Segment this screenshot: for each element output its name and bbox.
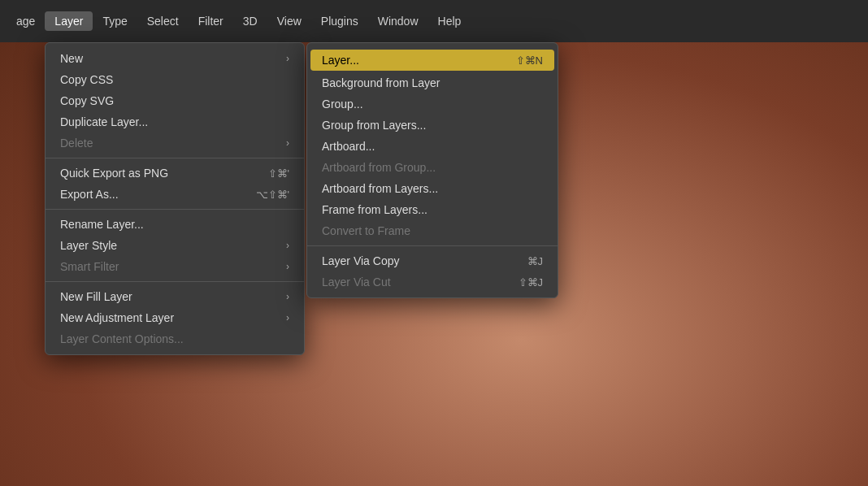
menubar-item-help[interactable]: Help — [428, 11, 471, 31]
submenu-item-convert-to-frame[interactable]: Convert to Frame — [307, 220, 558, 241]
menu-item-new-arrow: › — [286, 53, 289, 64]
menubar-item-image[interactable]: age — [7, 11, 45, 31]
submenu-item-background-from-layer-label: Background from Layer — [322, 76, 441, 89]
submenu-item-layer-via-copy-label: Layer Via Copy — [322, 254, 399, 267]
submenu-item-artboard-from-layers[interactable]: Artboard from Layers... — [307, 178, 558, 199]
submenu-item-group-label: Group... — [322, 98, 363, 111]
submenu-item-background-from-layer[interactable]: Background from Layer — [307, 72, 558, 93]
menubar-item-filter[interactable]: Filter — [189, 11, 233, 31]
menubar-item-window[interactable]: Window — [368, 11, 428, 31]
menu-item-export-as-label: Export As... — [60, 188, 119, 201]
submenu-item-frame-from-layers-label: Frame from Layers... — [322, 203, 427, 216]
submenu-item-artboard-from-layers-label: Artboard from Layers... — [322, 182, 438, 195]
menubar-item-plugins[interactable]: Plugins — [311, 11, 368, 31]
submenu-item-frame-from-layers[interactable]: Frame from Layers... — [307, 199, 558, 220]
menu-item-smart-filter-label: Smart Filter — [60, 260, 119, 273]
menu-item-delete[interactable]: Delete › — [46, 132, 304, 154]
menu-item-layer-style-label: Layer Style — [60, 239, 117, 252]
new-layer-submenu-panel: Layer... ⇧⌘N Background from Layer Group… — [306, 42, 558, 298]
menu-item-copy-svg-label: Copy SVG — [60, 94, 114, 107]
submenu-item-layer-via-cut-shortcut: ⇧⌘J — [519, 276, 544, 289]
menu-item-copy-css-label: Copy CSS — [60, 73, 113, 86]
menu-item-new-adjustment-layer-arrow: › — [286, 312, 289, 323]
submenu-item-artboard-from-group-label: Artboard from Group... — [322, 161, 436, 174]
layer-menu-panel: New › Copy CSS Copy SVG Duplicate Layer.… — [45, 42, 305, 355]
menu-item-smart-filter-arrow: › — [286, 261, 289, 272]
menu-item-quick-export-shortcut: ⇧⌘' — [268, 167, 289, 180]
menubar-item-3d[interactable]: 3D — [233, 11, 267, 31]
submenu-item-artboard-from-group[interactable]: Artboard from Group... — [307, 157, 558, 178]
separator-3 — [46, 281, 304, 282]
submenu-item-layer-via-copy-shortcut: ⌘J — [527, 255, 544, 267]
menu-item-quick-export[interactable]: Quick Export as PNG ⇧⌘' — [46, 163, 304, 184]
dropdown-container: New › Copy CSS Copy SVG Duplicate Layer.… — [45, 42, 558, 355]
menubar-item-type[interactable]: Type — [93, 11, 137, 31]
submenu-item-layer-via-cut-label: Layer Via Cut — [322, 276, 391, 289]
separator-2 — [46, 209, 304, 210]
submenu-item-artboard[interactable]: Artboard... — [307, 136, 558, 157]
menu-item-layer-content-options[interactable]: Layer Content Options... — [46, 328, 304, 349]
menu-item-layer-style-arrow: › — [286, 240, 289, 251]
submenu-item-convert-to-frame-label: Convert to Frame — [322, 224, 410, 237]
submenu-item-group[interactable]: Group... — [307, 93, 558, 115]
menu-item-new-label: New — [60, 52, 83, 65]
submenu-item-layer[interactable]: Layer... ⇧⌘N — [310, 50, 554, 71]
menu-item-new-fill-layer[interactable]: New Fill Layer › — [46, 286, 304, 307]
menu-item-new-fill-layer-arrow: › — [286, 291, 289, 302]
menu-item-duplicate-layer[interactable]: Duplicate Layer... — [46, 111, 304, 132]
submenu-item-layer-via-cut[interactable]: Layer Via Cut ⇧⌘J — [307, 271, 558, 293]
menu-item-new-adjustment-layer[interactable]: New Adjustment Layer › — [46, 307, 304, 328]
menu-item-delete-label: Delete — [60, 137, 93, 150]
menu-item-new-fill-layer-label: New Fill Layer — [60, 290, 132, 303]
menu-item-rename-layer-label: Rename Layer... — [60, 218, 144, 231]
menubar-item-layer[interactable]: Layer — [45, 11, 93, 31]
menu-item-export-as[interactable]: Export As... ⌥⇧⌘' — [46, 184, 304, 205]
submenu-separator-1 — [307, 245, 558, 246]
submenu-item-artboard-label: Artboard... — [322, 140, 375, 153]
menu-item-copy-svg[interactable]: Copy SVG — [46, 90, 304, 111]
menu-item-quick-export-label: Quick Export as PNG — [60, 167, 168, 180]
menu-item-export-as-shortcut: ⌥⇧⌘' — [256, 189, 289, 201]
menubar-item-select[interactable]: Select — [137, 11, 189, 31]
menu-item-smart-filter[interactable]: Smart Filter › — [46, 256, 304, 277]
menu-item-new-adjustment-layer-label: New Adjustment Layer — [60, 311, 174, 324]
submenu-item-group-from-layers-label: Group from Layers... — [322, 119, 426, 132]
menubar-item-view[interactable]: View — [267, 11, 311, 31]
submenu-item-group-from-layers[interactable]: Group from Layers... — [307, 115, 558, 136]
submenu-item-layer-via-copy[interactable]: Layer Via Copy ⌘J — [307, 250, 558, 271]
menu-item-layer-content-options-label: Layer Content Options... — [60, 332, 184, 345]
menu-item-copy-css[interactable]: Copy CSS — [46, 69, 304, 90]
separator-1 — [46, 158, 304, 158]
menu-item-delete-arrow: › — [286, 137, 289, 149]
menu-item-layer-style[interactable]: Layer Style › — [46, 235, 304, 256]
menu-item-duplicate-layer-label: Duplicate Layer... — [60, 115, 148, 128]
menu-item-rename-layer[interactable]: Rename Layer... — [46, 214, 304, 235]
submenu-item-layer-shortcut: ⇧⌘N — [516, 54, 543, 67]
menu-item-new[interactable]: New › — [46, 48, 304, 69]
menubar: age Layer Type Select Filter 3D View Plu… — [0, 0, 868, 42]
submenu-item-layer-label: Layer... — [322, 54, 359, 67]
